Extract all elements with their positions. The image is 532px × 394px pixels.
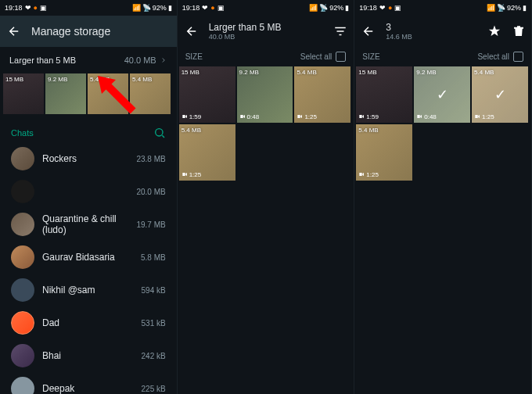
panel-manage-storage: 19:18 ❤ ● ▣ 📶 📡 92% ▮ Manage storage Lar… <box>0 0 178 394</box>
thumbnail-row: 15 MB 9.2 MB 5.4 MB 5.4 MB <box>0 73 177 120</box>
avatar <box>11 147 34 170</box>
thumbnail[interactable]: 15 MB <box>3 73 44 114</box>
check-icon: ✓ <box>437 86 448 103</box>
wifi-icon: 📡 <box>319 4 328 12</box>
media-item[interactable]: 15 MB 1:59 <box>356 66 412 123</box>
header: Manage storage <box>0 16 177 47</box>
header: Larger than 5 MB 40.0 MB <box>178 16 354 47</box>
avatar <box>11 377 34 394</box>
chat-list: Rockers23.8 MB 20.0 MB Quarantine & chil… <box>0 142 177 394</box>
media-item[interactable]: 5.4 MB 1:25 <box>179 124 235 181</box>
chat-row[interactable]: Deepak225 kB <box>0 372 177 394</box>
selection-count: 3 <box>386 22 478 33</box>
video-icon <box>416 113 422 120</box>
media-grid: 15 MB 1:59 9.2 MB ✓ 0:48 5.4 MB ✓ 1:25 5… <box>354 66 531 181</box>
video-icon <box>297 113 303 120</box>
back-button[interactable] <box>184 23 200 39</box>
chat-row[interactable]: Nikhil @sam594 kB <box>0 274 177 306</box>
avatar <box>11 344 34 367</box>
status-heart-icon: ❤ <box>25 4 31 12</box>
media-item[interactable]: 9.2 MB 0:48 <box>237 66 293 123</box>
media-item[interactable]: 9.2 MB ✓ 0:48 <box>414 66 470 123</box>
thumbnail[interactable]: 5.4 MB <box>130 73 171 114</box>
status-app-icon: ▣ <box>394 4 401 12</box>
sort-label[interactable]: SIZE <box>362 52 379 61</box>
signal-icon: 📶 <box>132 4 141 12</box>
back-button[interactable] <box>361 23 376 39</box>
select-all[interactable]: Select all <box>300 52 347 62</box>
chats-label: Chats <box>11 128 34 138</box>
chat-row[interactable]: Rockers23.8 MB <box>0 142 177 175</box>
status-app-icon: ▣ <box>40 4 47 12</box>
filter-row: SIZE Select all <box>178 47 354 66</box>
chat-row[interactable]: Dad531 kB <box>0 306 177 339</box>
media-item[interactable]: 15 MB 1:59 <box>179 66 235 123</box>
video-icon <box>358 171 365 177</box>
wifi-icon: 📡 <box>497 4 505 12</box>
select-all[interactable]: Select all <box>477 52 523 62</box>
avatar <box>11 245 34 269</box>
chat-row[interactable]: Gaurav Bidasaria5.8 MB <box>0 241 177 274</box>
battery-icon: ▮ <box>168 4 172 12</box>
media-grid: 15 MB 1:59 9.2 MB 0:48 5.4 MB 1:25 5.4 M… <box>178 66 354 181</box>
video-icon <box>182 113 188 120</box>
status-time: 19:18 <box>359 4 377 12</box>
status-battery: 92% <box>507 4 521 12</box>
section-label: Larger than 5 MB <box>9 56 76 65</box>
thumbnail[interactable]: 5.4 MB <box>88 73 128 114</box>
status-battery: 92% <box>153 4 167 12</box>
avatar <box>11 311 34 335</box>
signal-icon: 📶 <box>309 4 318 12</box>
sort-icon[interactable] <box>333 24 347 38</box>
signal-icon: 📶 <box>487 4 495 12</box>
chat-row[interactable]: Quarantine & chill (ludo)19.7 MB <box>0 208 177 241</box>
status-heart-icon: ❤ <box>202 4 208 12</box>
status-heart-icon: ❤ <box>379 4 386 12</box>
video-icon <box>239 113 246 120</box>
svg-point-0 <box>155 129 162 136</box>
chat-row[interactable]: 20.0 MB <box>0 175 177 208</box>
thumbnail[interactable]: 9.2 MB <box>45 73 86 114</box>
section-size: 40.0 MB <box>124 56 156 65</box>
video-icon <box>358 113 365 120</box>
back-button[interactable] <box>6 23 22 39</box>
media-item[interactable]: 5.4 MB ✓ 1:25 <box>472 66 528 123</box>
battery-icon: ▮ <box>345 4 349 12</box>
media-item[interactable]: 5.4 MB 1:25 <box>356 124 412 181</box>
page-title: Larger than 5 MB <box>209 22 325 33</box>
avatar <box>11 180 34 203</box>
status-battery: 92% <box>329 4 343 12</box>
chats-header: Chats <box>0 120 177 142</box>
selection-size: 14.6 MB <box>386 33 478 41</box>
video-icon <box>182 171 188 177</box>
check-icon: ✓ <box>494 86 506 103</box>
wifi-icon: 📡 <box>142 4 151 12</box>
battery-icon: ▮ <box>523 4 527 12</box>
search-icon[interactable] <box>153 127 166 139</box>
page-subtitle: 40.0 MB <box>209 33 325 41</box>
chevron-right-icon <box>160 56 167 64</box>
select-all-checkbox[interactable] <box>336 52 346 62</box>
section-larger-than-5mb[interactable]: Larger than 5 MB 40.0 MB <box>0 47 177 73</box>
avatar <box>11 278 34 302</box>
status-bar: 19:18 ❤ ● ▣ 📶 📡 92% ▮ <box>0 0 177 16</box>
panel-media-selected: 19:18 ❤ ● ▣ 📶 📡 92% ▮ 3 14.6 MB SIZE Sel… <box>354 0 532 394</box>
header: 3 14.6 MB <box>354 16 531 47</box>
filter-row: SIZE Select all <box>354 47 531 66</box>
avatar <box>11 213 34 236</box>
status-circle-icon: ● <box>210 4 214 12</box>
select-all-checkbox[interactable] <box>513 52 523 62</box>
delete-icon[interactable] <box>512 24 525 38</box>
status-circle-icon: ● <box>34 4 38 12</box>
status-time: 19:18 <box>182 4 200 12</box>
chat-row[interactable]: Bhai242 kB <box>0 339 177 372</box>
status-circle-icon: ● <box>388 4 392 12</box>
status-time: 19:18 <box>5 4 23 12</box>
sort-label[interactable]: SIZE <box>185 52 203 61</box>
status-bar: 19:18 ❤ ● ▣ 📶 📡 92% ▮ <box>178 0 354 16</box>
media-item[interactable]: 5.4 MB 1:25 <box>294 66 350 123</box>
page-title: Manage storage <box>31 25 171 38</box>
star-icon[interactable] <box>487 24 501 38</box>
status-app-icon: ▣ <box>217 4 225 12</box>
status-bar: 19:18 ❤ ● ▣ 📶 📡 92% ▮ <box>354 0 531 16</box>
